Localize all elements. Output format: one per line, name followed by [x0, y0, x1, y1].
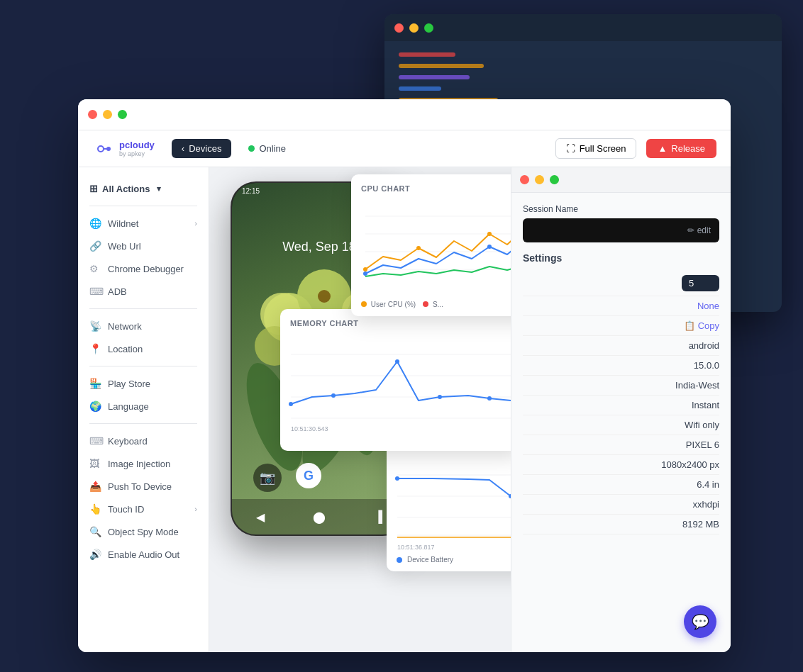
- code-line: [399, 52, 455, 57]
- chevron-right-icon: ›: [194, 219, 197, 228]
- sidebar-item-objectspy[interactable]: 🔍 Object Spy Mode: [78, 520, 209, 543]
- location-icon: 📍: [89, 343, 101, 354]
- code-line: [399, 75, 470, 79]
- code-line: [399, 64, 484, 68]
- devices-button[interactable]: ‹ Devices: [172, 139, 232, 158]
- imageinjection-icon: 🖼: [89, 458, 101, 469]
- svg-point-25: [487, 245, 492, 249]
- status-label: Online: [259, 143, 286, 154]
- language-icon: 🌍: [89, 401, 101, 412]
- settings-row-dpi: xxhdpi: [523, 495, 719, 515]
- svg-point-1: [106, 147, 111, 151]
- sidebar-divider-3: [89, 366, 197, 366]
- bg-minimize-dot: [409, 23, 419, 33]
- objectspy-label: Object Spy Mode: [108, 527, 179, 537]
- svg-point-34: [395, 359, 399, 364]
- network-icon: 📡: [89, 320, 101, 332]
- svg-point-35: [438, 395, 442, 399]
- ram-value: 8192 MB: [682, 519, 719, 530]
- svg-point-32: [289, 402, 293, 406]
- settings-row-device: PIXEL 6: [523, 435, 719, 455]
- sidebar-item-chrome[interactable]: ⚙ Chrome Debugger: [78, 257, 209, 280]
- toolbar: pcloudy by apkey ‹ Devices Online ⛶ Full…: [78, 130, 731, 167]
- sidebar-divider-4: [89, 423, 197, 424]
- settings-maximize-dot[interactable]: [550, 175, 559, 184]
- sidebar-item-audioout[interactable]: 🔊 Enable Audio Out: [78, 543, 209, 566]
- chevron-left-icon: ‹: [182, 143, 184, 154]
- app-body: ⊞ All Actions ▾ 🌐 Wildnet › 🔗 Web Url ⚙ …: [78, 167, 731, 652]
- main-content: 12:15 📶 📡 🔋: [209, 167, 731, 652]
- settings-close-dot[interactable]: [520, 175, 529, 184]
- audioout-icon: 🔊: [89, 549, 101, 560]
- sidebar-item-playstore[interactable]: 🏪 Play Store: [78, 372, 209, 395]
- legend-s-dot: [423, 301, 428, 307]
- none-link[interactable]: None: [697, 301, 719, 311]
- nav-recent-icon[interactable]: ▐: [375, 510, 382, 523]
- status-indicator: Online: [248, 143, 286, 154]
- svg-point-36: [487, 396, 492, 401]
- edit-link[interactable]: ✏ edit: [687, 225, 711, 235]
- keyboard-icon: ⌨: [89, 435, 101, 447]
- sidebar-item-wildnet[interactable]: 🌐 Wildnet ›: [78, 212, 209, 235]
- location-label: Location: [108, 344, 143, 354]
- session-name-label: Session Name: [523, 204, 719, 214]
- touchid-icon: 👆: [89, 503, 101, 515]
- sidebar-item-adb[interactable]: ⌨ ADB: [78, 280, 209, 303]
- chat-icon: 💬: [692, 613, 709, 630]
- nav-home-icon[interactable]: ⬤: [313, 510, 326, 524]
- all-actions-label: All Actions: [102, 184, 150, 194]
- maximize-dot[interactable]: [118, 110, 127, 119]
- settings-minimize-dot[interactable]: [535, 175, 544, 184]
- chrome-label: Chrome Debugger: [108, 264, 184, 274]
- release-button[interactable]: ▲ Release: [646, 139, 716, 158]
- sidebar-item-touchid[interactable]: 👆 Touch ID ›: [78, 498, 209, 520]
- sidebar-item-imageinjection[interactable]: 🖼 Image Injection: [78, 452, 209, 475]
- copy-label: Copy: [698, 320, 719, 331]
- google-button[interactable]: G: [296, 463, 321, 488]
- fullscreen-button[interactable]: ⛶ Full Screen: [555, 138, 637, 159]
- settings-row-resolution: 1080x2400 px: [523, 455, 719, 475]
- memory-chart-title: MEMORY CHART: [290, 319, 511, 327]
- sidebar-item-weburl[interactable]: 🔗 Web Url: [78, 235, 209, 257]
- bg-titlebar: [384, 14, 782, 41]
- settings-row-size: 6.4 in: [523, 475, 719, 495]
- logo-icon: [92, 138, 115, 160]
- sidebar-item-language[interactable]: 🌍 Language: [78, 395, 209, 418]
- sidebar: ⊞ All Actions ▾ 🌐 Wildnet › 🔗 Web Url ⚙ …: [78, 167, 209, 652]
- nav-back-icon[interactable]: ◀: [256, 510, 265, 524]
- settings-row-wifi: Wifi only: [523, 415, 719, 435]
- minimize-dot[interactable]: [103, 110, 112, 119]
- playstore-label: Play Store: [108, 379, 150, 389]
- online-dot: [248, 145, 255, 152]
- main-app-window: pcloudy by apkey ‹ Devices Online ⛶ Full…: [78, 99, 731, 652]
- settings-panel: Session Name ✏ edit Settings 5 10 1: [511, 167, 731, 652]
- sidebar-item-network[interactable]: 📡 Network: [78, 315, 209, 337]
- audioout-label: Enable Audio Out: [108, 549, 179, 560]
- imageinjection-label: Image Injection: [108, 459, 170, 469]
- svg-point-33: [331, 393, 336, 398]
- sidebar-item-keyboard[interactable]: ⌨ Keyboard: [78, 430, 209, 452]
- code-line: [399, 86, 441, 91]
- weburl-label: Web Url: [108, 241, 141, 252]
- camera-button[interactable]: 📷: [253, 464, 282, 492]
- settings-select[interactable]: 5 10 15: [682, 275, 719, 291]
- objectspy-icon: 🔍: [89, 526, 101, 537]
- close-dot[interactable]: [88, 110, 97, 119]
- chat-button[interactable]: 💬: [684, 605, 716, 638]
- settings-row-copy: 📋 Copy: [523, 316, 719, 336]
- edit-icon: ✏: [687, 225, 694, 235]
- sidebar-item-location[interactable]: 📍 Location: [78, 337, 209, 360]
- phone-time: 12:15: [242, 187, 260, 195]
- copy-button[interactable]: 📋 Copy: [684, 320, 719, 331]
- legend-usercpu-dot: [361, 301, 367, 307]
- legend-usercpu: User CPU (%): [361, 301, 416, 308]
- settings-row-region: India-West: [523, 376, 719, 396]
- pushdevice-label: Push To Device: [108, 481, 172, 492]
- sidebar-item-pushdevice[interactable]: 📤 Push To Device: [78, 475, 209, 498]
- settings-content: Session Name ✏ edit Settings 5 10 1: [511, 193, 731, 546]
- memory-chart-card: MEMORY CHART 10:51:30.543: [280, 309, 521, 451]
- android-value: android: [689, 340, 719, 351]
- all-actions-button[interactable]: ⊞ All Actions ▾: [78, 177, 209, 200]
- svg-point-24: [363, 271, 367, 276]
- svg-point-42: [395, 476, 399, 481]
